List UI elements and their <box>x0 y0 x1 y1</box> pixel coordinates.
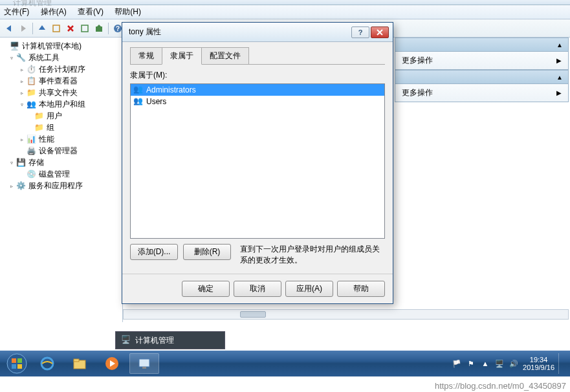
action-label: 更多操作 <box>402 55 433 66</box>
folder-icon: 📁 <box>34 122 44 133</box>
list-item[interactable]: 👥Users <box>131 96 384 107</box>
taskbar-explorer[interactable] <box>65 353 94 374</box>
help-button[interactable]: 帮助 <box>337 281 385 297</box>
separator <box>32 23 33 34</box>
tab-general[interactable]: 常规 <box>130 47 162 64</box>
user-properties-dialog: tony 属性 ? 常规 隶属于 配置文件 隶属于(M): 👥Administr… <box>122 22 393 304</box>
taskbar-ie[interactable] <box>32 353 62 374</box>
tree-device-manager[interactable]: 🖨️设备管理器 <box>0 145 122 157</box>
tree-system-tools[interactable]: ▿🔧系统工具 <box>0 52 122 63</box>
remove-button[interactable]: 删除(R) <box>183 244 231 260</box>
note-text: 直到下一次用户登录时对用户的组成员关系的更改才生效。 <box>236 244 385 266</box>
submenu-icon: ▶ <box>556 89 562 96</box>
svg-marker-0 <box>6 25 11 32</box>
taskbar-media-player[interactable] <box>97 353 127 374</box>
tree-shared-folders[interactable]: ▹📁共享文件夹 <box>0 87 122 98</box>
help-button[interactable]: ? <box>351 27 369 38</box>
forward-icon[interactable] <box>17 22 30 35</box>
export-icon[interactable] <box>93 22 105 35</box>
ok-button[interactable]: 确定 <box>182 281 230 297</box>
taskbar-preview[interactable]: 🖥️ 计算机管理 <box>115 331 225 349</box>
menubar: 文件(F) 操作(A) 查看(V) 帮助(H) <box>0 5 570 19</box>
tray-clock[interactable]: 19:342019/9/16 <box>523 356 554 371</box>
svg-rect-4 <box>82 25 88 32</box>
menu-help[interactable]: 帮助(H) <box>115 7 141 16</box>
actions-header[interactable]: ▲ <box>395 38 569 52</box>
action-label: 更多操作 <box>402 87 433 98</box>
member-of-label: 隶属于(M): <box>130 70 385 81</box>
groups-listbox[interactable]: 👥Administrators 👥Users <box>130 83 385 239</box>
tree-performance[interactable]: ▹📊性能 <box>0 133 122 145</box>
dialog-body: 常规 隶属于 配置文件 隶属于(M): 👥Administrators 👥Use… <box>122 42 393 274</box>
list-item[interactable]: 👥Administrators <box>131 84 384 96</box>
svg-rect-3 <box>53 25 60 32</box>
scrollbar-thumb[interactable] <box>240 311 266 318</box>
action-more-2[interactable]: 更多操作▶ <box>395 84 569 102</box>
menu-file[interactable]: 文件(F) <box>4 7 29 16</box>
tree-label: 计算机管理(本地) <box>22 41 82 52</box>
close-button[interactable] <box>371 27 389 38</box>
folder-icon: 📁 <box>34 111 44 121</box>
time-text: 19:34 <box>523 356 554 364</box>
refresh-icon[interactable] <box>78 22 91 35</box>
svg-rect-11 <box>12 358 16 363</box>
horizontal-scrollbar[interactable] <box>123 309 569 320</box>
tray-volume-icon[interactable]: 🔊 <box>509 358 519 369</box>
dialog-title: tony 属性 <box>126 27 350 38</box>
tree-root[interactable]: 🖥️计算机管理(本地) <box>0 40 122 52</box>
tree-event-viewer[interactable]: ▹📋事件查看器 <box>0 75 122 87</box>
start-button[interactable] <box>3 351 31 376</box>
cancel-button[interactable]: 取消 <box>234 281 281 297</box>
menu-view[interactable]: 查看(V) <box>78 7 104 16</box>
tree-label: 磁盘管理 <box>39 169 70 180</box>
event-icon: 📋 <box>26 76 36 86</box>
tree-groups[interactable]: 📁组 <box>0 122 122 133</box>
clock-icon: ⏱️ <box>26 64 36 74</box>
tray-up-icon [interactable]: ▲ <box>480 358 490 369</box>
app-icon: 🖥️ <box>121 335 131 345</box>
tab-profile[interactable]: 配置文件 <box>201 47 249 64</box>
tray-action-center-icon[interactable]: ⚑ <box>466 358 476 369</box>
tab-strip: 常规 隶属于 配置文件 <box>130 47 385 65</box>
date-text: 2019/9/16 <box>523 364 554 371</box>
back-icon[interactable] <box>3 22 16 35</box>
tools-icon: 🔧 <box>16 52 26 63</box>
action-more-1[interactable]: 更多操作▶ <box>395 52 569 70</box>
tray-flag-icon[interactable]: 🏳️ <box>452 358 462 369</box>
tree-storage[interactable]: ▿💾存储 <box>0 157 122 168</box>
users-icon: 👥 <box>26 99 36 109</box>
delete-icon[interactable] <box>64 22 77 35</box>
collapse-icon: ▲ <box>556 74 563 81</box>
tree-label: 组 <box>47 122 54 133</box>
tray-network-icon[interactable]: 🖥️ <box>494 358 505 369</box>
tree-users[interactable]: 📁用户 <box>0 110 122 122</box>
menu-action[interactable]: 操作(A) <box>41 7 67 16</box>
up-icon[interactable] <box>36 22 49 35</box>
dialog-titlebar[interactable]: tony 属性 ? <box>122 23 393 42</box>
button-row: 添加(D)... 删除(R) 直到下一次用户登录时对用户的组成员关系的更改才生效… <box>130 244 385 266</box>
tree-local-users-groups[interactable]: ▿👥本地用户和组 <box>0 98 122 110</box>
watermark: https://blog.csdn.net/m0_43450897 <box>435 381 566 391</box>
apply-button[interactable]: 应用(A) <box>285 281 333 297</box>
svg-rect-12 <box>17 358 22 363</box>
services-icon: ⚙️ <box>16 180 26 191</box>
storage-icon: 💾 <box>16 157 26 168</box>
tree-disk-management[interactable]: 💿磁盘管理 <box>0 168 122 180</box>
tree-task-scheduler[interactable]: ▹⏱️任务计划程序 <box>0 63 122 75</box>
actions-header[interactable]: ▲ <box>395 70 569 84</box>
computer-icon: 🖥️ <box>9 41 19 51</box>
tree-services-apps[interactable]: ▹⚙️服务和应用程序 <box>0 180 122 191</box>
tree-label: 用户 <box>47 111 62 122</box>
show-desktop-button[interactable] <box>558 353 564 374</box>
disk-icon: 💿 <box>26 169 36 179</box>
add-button[interactable]: 添加(D)... <box>130 244 178 260</box>
taskbar-compmgmt[interactable] <box>129 353 159 374</box>
tab-member-of[interactable]: 隶属于 <box>162 47 202 65</box>
device-icon: 🖨️ <box>26 146 36 156</box>
properties-icon[interactable] <box>50 22 63 35</box>
group-name: Administrators <box>146 85 196 94</box>
taskbar: 🏳️ ⚑ ▲ 🖥️ 🔊 19:342019/9/16 <box>0 351 570 376</box>
titlebar: 计算机管理 <box>0 0 570 5</box>
window-title: 计算机管理 <box>13 0 52 8</box>
separator <box>108 23 109 34</box>
